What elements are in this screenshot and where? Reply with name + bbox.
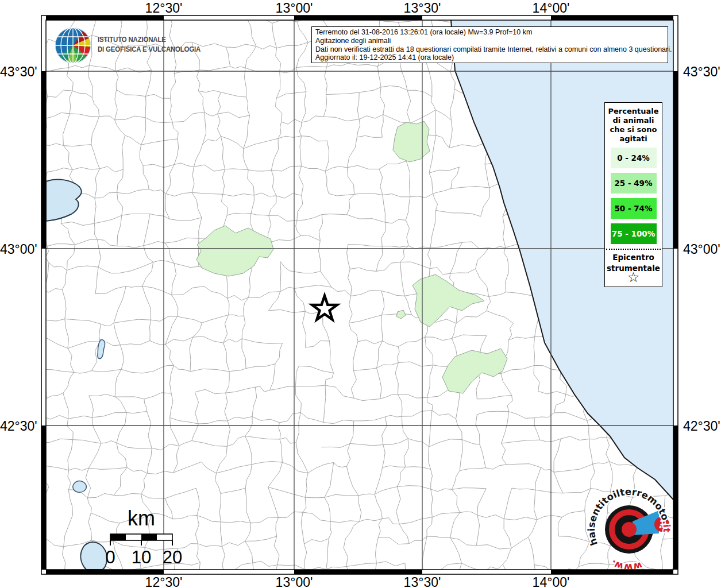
ingv-logo: ISTITUTO NAZIONALE DI GEOFISICA E VULCAN… xyxy=(52,24,270,69)
axis-label-top-1400: 14°00' xyxy=(533,1,570,16)
scale-tick-0: 0 xyxy=(105,547,115,567)
axis-label-bottom-1300: 13°00' xyxy=(276,575,313,588)
felt-municipality xyxy=(393,121,430,162)
legend-star-icon: ☆ xyxy=(605,270,662,284)
legend-class-25-49: 25 - 49% xyxy=(611,173,657,194)
legend: Percentuale di animali che si sono agita… xyxy=(604,102,662,287)
event-info-box: Terremoto del 31-08-2016 13:26:01 (ora l… xyxy=(311,26,668,63)
update-timestamp: Aggiornato il: 19-12-2025 14:41 (ora loc… xyxy=(315,53,664,62)
event-title: Terremoto del 31-08-2016 13:26:01 (ora l… xyxy=(315,28,664,37)
axis-label-top-1300: 13°00' xyxy=(276,1,313,16)
legend-class-50-74: 50 - 74% xyxy=(611,198,657,219)
axis-label-bottom-1330: 13°30' xyxy=(404,575,441,588)
axis-label-bottom-1230: 12°30' xyxy=(145,575,183,588)
ingv-name-line2: DI GEOFISICA E VULCANOLOGIA xyxy=(98,45,201,53)
lake xyxy=(73,481,86,493)
axis-label-left-4330: 43°30' xyxy=(0,64,37,80)
axis-label-right-4330: 43°30' xyxy=(683,64,720,80)
legend-title-line: Percentuale xyxy=(605,107,662,116)
axis-label-top-1230: 12°30' xyxy=(145,1,183,16)
data-disclaimer: Dati non verificati estratti da 18 quest… xyxy=(315,45,664,54)
legend-title-line: che si sono xyxy=(605,125,662,134)
axis-label-left-4230: 42°30' xyxy=(0,419,37,434)
legend-class-0-24: 0 - 24% xyxy=(611,148,657,168)
scale-tick-10: 10 xyxy=(132,547,151,567)
legend-class-75-100: 75 - 100% xyxy=(611,223,657,244)
ingv-globe-icon xyxy=(52,24,94,67)
lake xyxy=(80,542,107,570)
ingv-name-line1: ISTITUTO NAZIONALE xyxy=(98,35,166,44)
legend-title-line: di animali xyxy=(605,116,662,125)
epicenter-label-line1: Epicentro xyxy=(605,252,662,263)
felt-map-page: km 0 10 20 ? xyxy=(0,0,721,588)
hsit-bullseye-center xyxy=(622,522,637,537)
map-subject: Agitazione degli animali xyxy=(315,37,664,45)
axis-label-right-4230: 42°30' xyxy=(683,419,720,434)
axis-label-bottom-1400: 14°00' xyxy=(533,575,570,588)
earthquake-felt-map: km 0 10 20 ? xyxy=(0,0,721,588)
scale-tick-20: 20 xyxy=(163,547,182,567)
axis-label-left-4300: 43°00' xyxy=(0,242,37,257)
scale-bar-unit: km xyxy=(128,506,155,530)
legend-title-line: agitati xyxy=(605,134,662,144)
axis-label-top-1330: 13°30' xyxy=(404,1,441,16)
legend-title: Percentuale di animali che si sono agita… xyxy=(605,107,662,144)
axis-label-right-4300: 43°00' xyxy=(683,242,720,257)
hsit-logo-text-suffix: .it xyxy=(660,519,672,532)
legend-divider xyxy=(606,249,661,250)
